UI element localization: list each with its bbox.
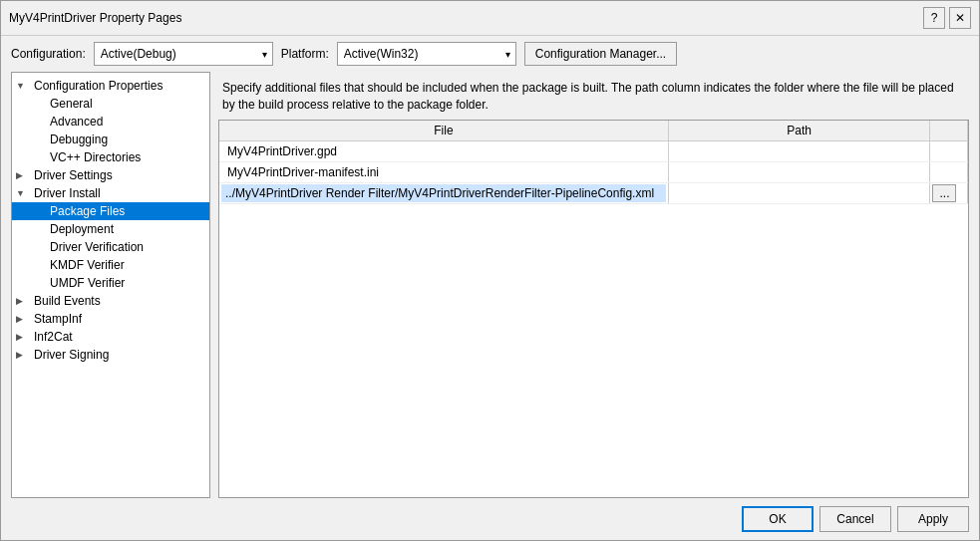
title-bar-controls: ? ✕: [923, 7, 971, 29]
close-button[interactable]: ✕: [949, 7, 971, 29]
action-cell-empty: [930, 140, 968, 161]
tree-item-driver-settings[interactable]: Driver Settings: [12, 166, 209, 184]
tree-label-vc-dirs: VC++ Directories: [30, 150, 141, 164]
tree-toggle-driver-signing: [16, 350, 30, 360]
config-manager-button[interactable]: Configuration Manager...: [524, 42, 677, 66]
tree-label-advanced: Advanced: [30, 115, 103, 129]
tree-label-umdf-verifier: UMDF Verifier: [30, 276, 125, 290]
col-header-path: Path: [668, 121, 930, 141]
tree-item-vc-dirs[interactable]: VC++ Directories: [12, 148, 209, 166]
tree-toggle-build-events: [16, 296, 30, 306]
platform-label: Platform:: [281, 47, 329, 61]
help-button[interactable]: ?: [923, 7, 945, 29]
main-window: MyV4PrintDriver Property Pages ? ✕ Confi…: [0, 0, 980, 541]
tree-item-driver-verification[interactable]: Driver Verification: [12, 238, 209, 256]
tree-label-build-events: Build Events: [30, 294, 101, 308]
platform-select[interactable]: Active(Win32): [337, 42, 516, 66]
tree-label-driver-signing: Driver Signing: [30, 348, 109, 362]
tree-item-deployment[interactable]: Deployment: [12, 220, 209, 238]
platform-select-wrapper: Active(Win32): [337, 42, 516, 66]
file-cell: MyV4PrintDriver.gpd: [219, 140, 668, 161]
table-row: MyV4PrintDriver.gpd: [219, 140, 968, 161]
tree-label-stampinf: StampInf: [30, 312, 82, 326]
tree-label-inf2cat: Inf2Cat: [30, 330, 73, 344]
tree-item-umdf-verifier[interactable]: UMDF Verifier: [12, 274, 209, 292]
config-select[interactable]: Active(Debug): [94, 42, 273, 66]
tree-panel: Configuration PropertiesGeneralAdvancedD…: [11, 72, 210, 498]
tree-toggle-driver-install: [16, 188, 30, 198]
tree-item-config-props[interactable]: Configuration Properties: [12, 77, 209, 95]
toolbar: Configuration: Active(Debug) Platform: A…: [1, 36, 979, 72]
tree-item-stampinf[interactable]: StampInf: [12, 310, 209, 328]
tree-item-kmdf-verifier[interactable]: KMDF Verifier: [12, 256, 209, 274]
config-select-wrapper: Active(Debug): [94, 42, 273, 66]
window-title: MyV4PrintDriver Property Pages: [9, 11, 181, 25]
files-table-container: File Path MyV4PrintDriver.gpdMyV4PrintDr…: [218, 120, 969, 498]
cancel-button[interactable]: Cancel: [819, 506, 891, 532]
browse-button[interactable]: ...: [932, 184, 956, 202]
tree-item-inf2cat[interactable]: Inf2Cat: [12, 328, 209, 346]
tree-label-kmdf-verifier: KMDF Verifier: [30, 258, 125, 272]
tree-label-config-props: Configuration Properties: [30, 79, 163, 93]
path-cell: [668, 161, 930, 182]
tree-toggle-driver-settings: [16, 170, 30, 180]
tree-label-deployment: Deployment: [30, 222, 114, 236]
file-edit-input[interactable]: [221, 184, 666, 202]
apply-button[interactable]: Apply: [897, 506, 969, 532]
file-edit-cell: [219, 182, 668, 203]
tree-label-general: General: [30, 97, 93, 111]
action-cell-empty: [930, 161, 968, 182]
tree-label-driver-verification: Driver Verification: [30, 240, 144, 254]
tree-label-package-files: Package Files: [30, 204, 125, 218]
path-cell: [668, 140, 930, 161]
file-cell: MyV4PrintDriver-manifest.ini: [219, 161, 668, 182]
tree-toggle-inf2cat: [16, 332, 30, 342]
tree-label-debugging: Debugging: [30, 133, 108, 146]
footer: OK Cancel Apply: [1, 498, 979, 540]
tree-item-driver-install[interactable]: Driver Install: [12, 184, 209, 202]
tree-label-driver-settings: Driver Settings: [30, 168, 113, 182]
tree-item-driver-signing[interactable]: Driver Signing: [12, 346, 209, 364]
table-row: MyV4PrintDriver-manifest.ini: [219, 161, 968, 182]
col-header-action: [930, 121, 968, 141]
main-content: Configuration PropertiesGeneralAdvancedD…: [1, 72, 979, 498]
tree-item-general[interactable]: General: [12, 95, 209, 113]
col-header-file: File: [219, 121, 668, 141]
tree-toggle-stampinf: [16, 314, 30, 324]
action-cell: ...: [930, 182, 968, 203]
tree-item-advanced[interactable]: Advanced: [12, 113, 209, 131]
table-row: ...: [219, 182, 968, 203]
tree-item-build-events[interactable]: Build Events: [12, 292, 209, 310]
files-table: File Path MyV4PrintDriver.gpdMyV4PrintDr…: [219, 121, 968, 204]
tree-toggle-config-props: [16, 81, 30, 91]
right-panel: Specify additional files that should be …: [218, 72, 969, 498]
path-edit-cell: [668, 182, 930, 203]
tree-item-debugging[interactable]: Debugging: [12, 131, 209, 148]
ok-button[interactable]: OK: [742, 506, 814, 532]
description-text: Specify additional files that should be …: [218, 72, 969, 120]
config-label: Configuration:: [11, 47, 86, 61]
title-bar: MyV4PrintDriver Property Pages ? ✕: [1, 1, 979, 36]
tree-item-package-files[interactable]: Package Files: [12, 202, 209, 220]
tree-label-driver-install: Driver Install: [30, 186, 101, 200]
